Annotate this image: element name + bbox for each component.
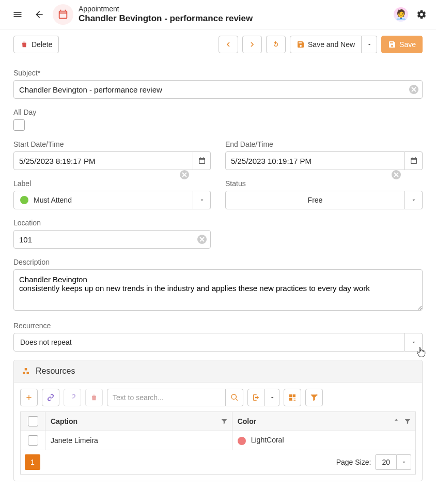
save-new-icon: [297, 40, 305, 49]
location-label: Location: [13, 219, 211, 227]
delete-button[interactable]: Delete: [13, 36, 59, 53]
trash-icon: [20, 40, 28, 49]
status-value: Free: [308, 196, 323, 204]
filter-clear-icon: [310, 393, 318, 402]
row-checkbox[interactable]: [28, 435, 38, 446]
status-select[interactable]: Free: [225, 191, 423, 209]
settings-button[interactable]: [413, 6, 430, 23]
column-chooser-button[interactable]: [284, 389, 301, 406]
menu-button[interactable]: [9, 6, 26, 23]
filter-icon[interactable]: [221, 418, 228, 425]
page-size-caret[interactable]: [397, 454, 411, 470]
calendar-icon: [410, 157, 418, 165]
start-calendar-button[interactable]: [193, 151, 211, 170]
subject-clear[interactable]: [409, 85, 418, 94]
page-title: Chandler Bevington - performance review: [79, 13, 388, 24]
refresh-icon: [272, 40, 280, 49]
label-label: Label: [13, 179, 211, 188]
recurrence-select[interactable]: Does not repeat: [13, 333, 423, 352]
chevron-left-icon: [224, 40, 232, 49]
location-field-wrap: [13, 230, 211, 249]
refresh-button[interactable]: [266, 36, 286, 53]
chevron-right-icon: [248, 40, 256, 49]
select-all-checkbox[interactable]: [28, 416, 38, 426]
export-button-group: [247, 389, 279, 406]
resources-table: Caption Color: [20, 411, 416, 450]
export-icon: [252, 393, 260, 402]
description-input[interactable]: [13, 269, 423, 311]
start-input[interactable]: [13, 151, 193, 170]
page-size-select[interactable]: 20: [375, 454, 411, 470]
start-clear[interactable]: [180, 170, 189, 179]
page-number[interactable]: 1: [25, 454, 40, 470]
gear-icon: [416, 9, 427, 20]
app-header: Appointment Chandler Bevington - perform…: [0, 0, 436, 29]
status-select-caret[interactable]: [405, 191, 423, 209]
table-row[interactable]: Janete Limeira LightCoral: [21, 431, 416, 450]
filter-clear-button[interactable]: [305, 389, 323, 406]
caret-down-icon: [401, 459, 407, 465]
location-input[interactable]: [13, 230, 211, 249]
back-button[interactable]: [31, 6, 48, 23]
resources-panel: Resources: [13, 360, 423, 481]
export-dropdown[interactable]: [265, 389, 279, 406]
end-input[interactable]: [225, 151, 405, 170]
end-label: End Date/Time: [225, 140, 423, 148]
row-caption: Janete Limeira: [45, 431, 232, 450]
action-toolbar: Delete Save and New Save: [0, 29, 436, 59]
resource-search-input[interactable]: [107, 389, 226, 406]
filter-icon[interactable]: [404, 418, 411, 425]
save-label: Save: [399, 40, 416, 49]
unlink-icon: [68, 393, 76, 402]
resources-header: Resources: [14, 360, 422, 383]
save-and-new-group: Save and New: [290, 36, 377, 53]
end-field-wrap: [225, 151, 423, 170]
all-day-label: All Day: [13, 108, 423, 116]
save-and-new-label: Save and New: [308, 40, 355, 49]
next-button[interactable]: [242, 36, 262, 53]
caret-down-icon: [269, 394, 275, 401]
subject-input[interactable]: [13, 80, 423, 99]
resources-icon: [21, 366, 30, 376]
hamburger-icon: [12, 9, 23, 20]
row-color: LightCoral: [232, 431, 415, 450]
save-and-new-button[interactable]: Save and New: [290, 36, 362, 53]
caption-header[interactable]: Caption: [45, 412, 232, 431]
save-and-new-dropdown[interactable]: [362, 36, 377, 53]
search-icon: [230, 393, 239, 402]
calendar-icon: [198, 157, 206, 165]
unlink-resource-button: [64, 389, 81, 406]
recurrence-select-caret[interactable]: [405, 333, 423, 352]
link-icon: [46, 393, 55, 402]
all-day-checkbox[interactable]: [13, 119, 25, 131]
trash-icon: [90, 393, 98, 402]
resources-title: Resources: [36, 366, 75, 376]
link-resource-button[interactable]: [42, 389, 59, 406]
entity-type-label: Appointment: [79, 5, 388, 13]
export-button[interactable]: [247, 389, 265, 406]
add-resource-button[interactable]: [20, 389, 38, 406]
end-calendar-button[interactable]: [405, 151, 423, 170]
end-clear[interactable]: [392, 170, 401, 179]
pager: 1 Page Size: 20: [20, 450, 416, 475]
user-avatar[interactable]: 🧑‍💼: [394, 7, 408, 22]
page-size-label: Page Size:: [336, 458, 371, 466]
resource-search-button[interactable]: [226, 389, 243, 406]
location-clear[interactable]: [197, 235, 207, 244]
resource-search: [107, 389, 243, 406]
label-select-caret[interactable]: [193, 191, 211, 209]
form: Subject* All Day Start Date/Time: [0, 69, 436, 495]
start-field-wrap: [13, 151, 211, 170]
plus-icon: [25, 393, 33, 402]
save-button[interactable]: Save: [381, 36, 423, 53]
delete-label: Delete: [32, 40, 52, 49]
label-color-dot: [20, 196, 28, 204]
color-header[interactable]: Color: [232, 412, 415, 431]
prev-button[interactable]: [219, 36, 238, 53]
sort-asc-icon[interactable]: [393, 418, 400, 425]
start-label: Start Date/Time: [13, 140, 211, 148]
page-size-value: 20: [375, 454, 397, 470]
status-label: Status: [225, 179, 423, 188]
label-select[interactable]: Must Attend: [13, 191, 211, 209]
recurrence-value: Does not repeat: [20, 338, 72, 346]
